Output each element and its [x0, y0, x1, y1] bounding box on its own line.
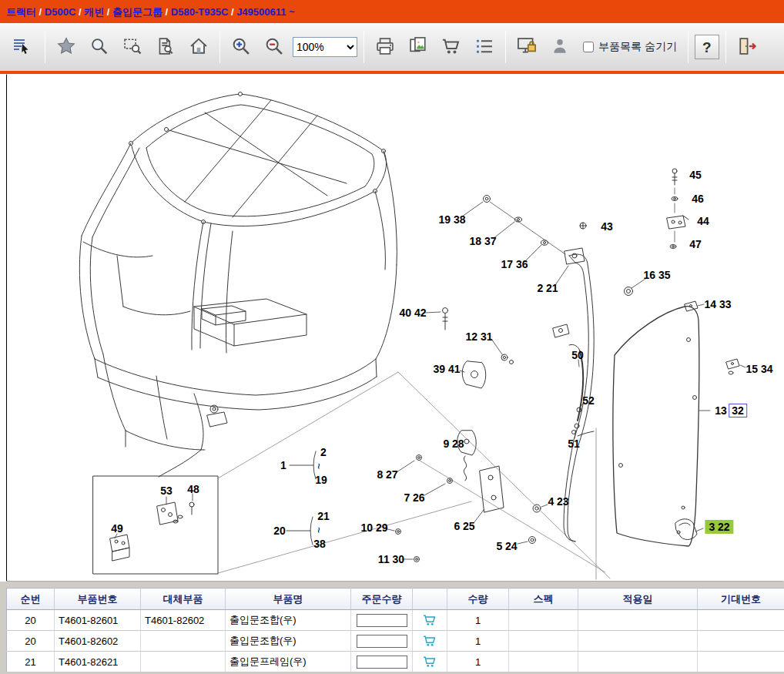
part-callout[interactable]: 19 — [315, 474, 327, 486]
cell-seq: 20 — [7, 631, 55, 652]
breadcrumb-segment[interactable]: 캐빈 — [84, 6, 104, 18]
cell-part-no: T4601-82621 — [55, 652, 141, 672]
part-callout[interactable]: 45 — [689, 169, 702, 181]
cell-seq: 21 — [7, 652, 55, 672]
home-icon — [188, 35, 209, 59]
part-callout[interactable]: 6 25 — [454, 520, 474, 532]
breadcrumb-segment[interactable]: 출입문그룹 — [112, 6, 162, 18]
print-button[interactable] — [370, 30, 400, 64]
part-callout[interactable]: 52 — [582, 394, 595, 407]
exit-button[interactable] — [732, 30, 762, 64]
cell-alt-part — [141, 652, 226, 672]
region-zoom-button[interactable] — [118, 30, 147, 64]
part-callout[interactable]: 21 — [317, 510, 330, 522]
part-callout[interactable]: 2 — [320, 446, 327, 458]
cart-icon — [441, 35, 462, 59]
cart-icon — [422, 612, 437, 628]
screen-lock-icon — [516, 35, 538, 59]
breadcrumb-separator: / — [162, 6, 171, 18]
part-callout[interactable]: 12 31 — [465, 330, 492, 343]
breadcrumb-segment[interactable]: J49500611 ~ — [236, 6, 295, 18]
part-callout[interactable]: 51 — [568, 438, 580, 450]
parts-table-body: 20 T4601-82601 T4601-82602 출입문조합(우) 1 20… — [7, 610, 784, 672]
home-button[interactable] — [184, 30, 213, 64]
favorites-button[interactable] — [52, 30, 81, 64]
part-callout[interactable]: 5 24 — [496, 540, 517, 552]
help-button[interactable]: ? — [695, 35, 719, 59]
add-to-cart-button[interactable] — [422, 612, 437, 628]
cell-part-name: 출입문조합(우) — [226, 631, 351, 652]
part-callout[interactable]: ~ — [313, 527, 325, 533]
part-callout[interactable]: 32 — [729, 404, 747, 417]
table-row[interactable]: 20 T4601-82602 출입문조합(우) 1 — [7, 631, 784, 652]
breadcrumb-segment[interactable]: D500C — [45, 6, 75, 18]
cell-seq: 20 — [7, 610, 55, 631]
user-button[interactable] — [545, 30, 575, 64]
part-callout[interactable]: 8 27 — [377, 468, 397, 481]
part-callout[interactable]: 48 — [187, 483, 199, 495]
header-alt-part: 대체부품 — [141, 588, 226, 610]
order-qty-input[interactable] — [357, 635, 407, 648]
part-callout[interactable]: 1 — [280, 459, 286, 471]
part-callout[interactable]: 15 34 — [745, 363, 772, 375]
part-callout[interactable]: 17 36 — [501, 258, 528, 270]
parts-list-toggle-button[interactable] — [5, 30, 39, 64]
document-search-button[interactable] — [151, 30, 180, 64]
part-callout[interactable]: 4 23 — [548, 495, 568, 508]
zoom-in-button[interactable] — [226, 30, 256, 64]
part-callout[interactable]: 19 38 — [438, 213, 465, 226]
table-row[interactable]: 20 T4601-82601 T4601-82602 출입문조합(우) 1 — [7, 610, 784, 631]
part-callout[interactable]: 47 — [689, 238, 702, 250]
cell-spec — [509, 652, 578, 672]
part-callout[interactable]: 43 — [601, 220, 613, 233]
parts-list-button[interactable] — [470, 30, 499, 64]
toolbar-separator — [505, 31, 506, 63]
header-part-name: 부품명 — [226, 588, 351, 610]
search-button[interactable] — [85, 30, 114, 64]
hide-parts-checkbox[interactable] — [583, 42, 594, 52]
toolbar-separator — [219, 31, 220, 63]
part-callout[interactable]: 7 26 — [404, 491, 424, 504]
order-qty-input[interactable] — [357, 656, 407, 669]
part-callout[interactable]: 20 — [273, 525, 286, 537]
part-callout[interactable]: ~ — [313, 463, 325, 469]
part-callout[interactable]: 40 42 — [399, 307, 426, 319]
cell-part-no: T4601-82602 — [55, 631, 141, 652]
part-callout[interactable]: 14 33 — [704, 298, 731, 310]
breadcrumb-segment[interactable]: 트랙터 — [6, 6, 36, 18]
part-callout[interactable]: 38 — [313, 538, 326, 550]
screen-capture-button[interactable] — [512, 30, 541, 64]
part-callout[interactable]: 16 35 — [643, 269, 670, 281]
part-callout[interactable]: 10 29 — [360, 521, 387, 534]
part-callout[interactable]: 49 — [111, 522, 123, 535]
cell-qty: 1 — [447, 631, 509, 652]
cell-spec — [509, 610, 578, 631]
part-callout[interactable]: 50 — [571, 349, 584, 361]
cell-order-qty — [351, 610, 413, 631]
add-to-cart-button[interactable] — [422, 654, 437, 669]
toolbar-separator — [364, 31, 364, 63]
cell-apply-date — [578, 652, 698, 672]
part-callout[interactable]: 39 41 — [433, 363, 460, 375]
part-callout[interactable]: 3 22 — [705, 520, 733, 534]
part-callout[interactable]: 11 30 — [378, 553, 404, 565]
cell-cart — [413, 631, 447, 652]
part-callout[interactable]: 46 — [692, 193, 704, 205]
part-callout[interactable]: 53 — [160, 485, 173, 497]
order-qty-input[interactable] — [357, 614, 407, 627]
breadcrumb-segment[interactable]: D580-T935C — [171, 6, 228, 18]
part-callout[interactable]: 9 28 — [443, 438, 464, 450]
export-image-button[interactable] — [404, 30, 433, 64]
zoom-level-select[interactable]: 100% — [293, 37, 357, 57]
part-callout[interactable]: 2 21 — [537, 282, 558, 294]
exit-icon — [736, 35, 758, 59]
part-callout[interactable]: 13 — [715, 404, 727, 417]
zoom-out-button[interactable] — [260, 30, 289, 64]
breadcrumb-separator: / — [36, 6, 45, 18]
list-icon — [474, 35, 495, 59]
table-row[interactable]: 21 T4601-82621 출입문프레임(우) 1 — [7, 652, 784, 672]
part-callout[interactable]: 18 37 — [469, 235, 496, 247]
part-callout[interactable]: 44 — [697, 215, 709, 227]
cart-button[interactable] — [437, 30, 466, 64]
add-to-cart-button[interactable] — [422, 633, 437, 649]
